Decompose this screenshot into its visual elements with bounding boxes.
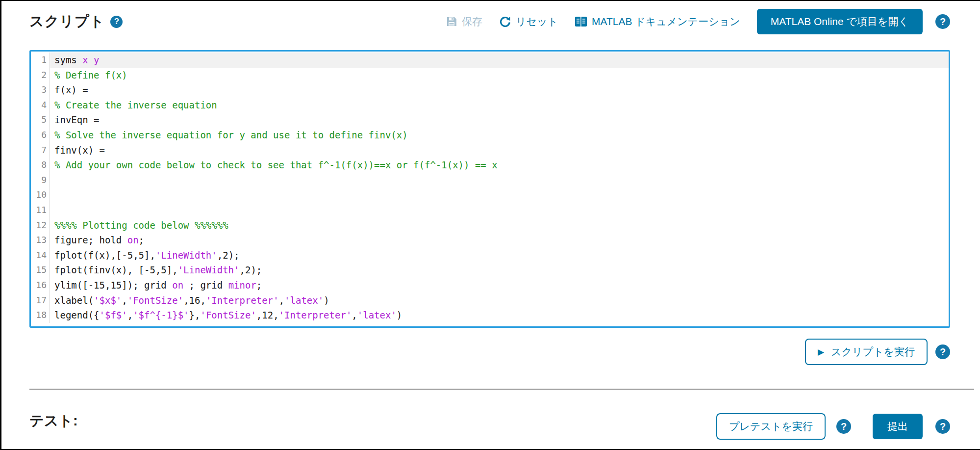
line-number: 13	[31, 233, 50, 248]
line-number: 3	[31, 82, 50, 98]
code-line[interactable]: 16ylim([-15,15]); grid on ; grid minor;	[31, 278, 949, 293]
code-line[interactable]: 13figure; hold on;	[31, 233, 949, 248]
code-line-text: xlabel('$x$','FontSize',16,'Interpreter'…	[50, 293, 949, 308]
toolbar: 保存 リセット	[446, 9, 950, 34]
submit-help-icon[interactable]: ?	[935, 419, 950, 434]
code-line-text: %%%% Plotting code below %%%%%%	[50, 218, 949, 233]
code-line[interactable]: 18legend({'$f$','$f^{-1}$'},'FontSize',1…	[31, 308, 949, 323]
code-line-text: invEqn =	[50, 112, 949, 128]
header: スクリプト ? 保存	[29, 9, 950, 34]
code-line-text	[50, 173, 949, 188]
grader-page: スクリプト ? 保存	[0, 0, 980, 450]
code-line[interactable]: 14fplot(f(x),[-5,5],'LineWidth',2);	[31, 248, 949, 263]
code-line-text: syms x y	[50, 53, 949, 68]
pretest-help-icon[interactable]: ?	[836, 419, 851, 434]
run-script-row: ▶ スクリプトを実行 ?	[29, 339, 950, 365]
line-number: 10	[31, 187, 50, 203]
run-pretest-label: プレテストを実行	[729, 420, 813, 433]
line-number: 11	[31, 203, 50, 218]
code-line-text: ylim([-15,15]); grid on ; grid minor;	[50, 278, 949, 293]
run-pretest-button[interactable]: プレテストを実行	[716, 413, 826, 440]
reset-button[interactable]: リセット	[499, 15, 558, 28]
code-line[interactable]: 5invEqn =	[31, 112, 949, 128]
line-number: 17	[31, 293, 50, 308]
line-number: 16	[31, 278, 50, 293]
page-title: スクリプト	[29, 12, 104, 31]
code-line[interactable]: 2% Define f(x)	[31, 68, 949, 83]
line-number: 5	[31, 112, 50, 128]
run-script-button[interactable]: ▶ スクリプトを実行	[805, 339, 928, 365]
code-line-text: legend({'$f$','$f^{-1}$'},'FontSize',12,…	[50, 308, 949, 323]
save-button[interactable]: 保存	[446, 15, 482, 28]
code-line[interactable]: 17xlabel('$x$','FontSize',16,'Interprete…	[31, 293, 949, 308]
code-line[interactable]: 8% Add your own code below to check to s…	[31, 158, 949, 173]
section-divider	[29, 389, 974, 390]
run-script-label: スクリプトを実行	[831, 345, 915, 359]
reset-icon	[499, 16, 511, 28]
open-matlab-online-button[interactable]: MATLAB Online で項目を開く	[757, 9, 923, 34]
line-number: 6	[31, 128, 50, 143]
save-label: 保存	[462, 15, 482, 28]
code-line-text: fplot(f(x),[-5,5],'LineWidth',2);	[50, 248, 949, 263]
documentation-label: MATLAB ドキュメンテーション	[592, 15, 740, 28]
code-line[interactable]: 3f(x) =	[31, 82, 949, 98]
code-line[interactable]: 4% Create the inverse equation	[31, 98, 949, 113]
line-number: 9	[31, 173, 50, 188]
code-line[interactable]: 1syms x y	[31, 53, 949, 68]
code-line-text: % Define f(x)	[50, 68, 949, 83]
line-number: 8	[31, 158, 50, 173]
line-number: 12	[31, 218, 50, 233]
open-online-help-icon[interactable]: ?	[935, 14, 950, 29]
line-number: 7	[31, 143, 50, 158]
run-script-help-icon[interactable]: ?	[935, 344, 950, 359]
code-editor[interactable]: 1syms x y2% Define f(x)3f(x) =4% Create …	[29, 50, 950, 328]
submit-button[interactable]: 提出	[873, 414, 923, 439]
code-line-text	[50, 203, 949, 218]
line-number: 4	[31, 98, 50, 113]
code-editor-lines: 1syms x y2% Define f(x)3f(x) =4% Create …	[31, 52, 949, 323]
code-line[interactable]: 10	[31, 187, 949, 203]
save-icon	[446, 16, 457, 27]
code-line[interactable]: 9	[31, 173, 949, 188]
line-number: 2	[31, 68, 50, 83]
script-help-icon[interactable]: ?	[110, 16, 123, 28]
play-icon: ▶	[818, 348, 824, 356]
line-number: 15	[31, 263, 50, 278]
matlab-documentation-link[interactable]: MATLAB ドキュメンテーション	[575, 15, 740, 28]
line-number: 18	[31, 308, 50, 323]
reset-label: リセット	[516, 15, 558, 28]
code-line-text	[50, 187, 949, 203]
code-line-text: figure; hold on;	[50, 233, 949, 248]
code-line[interactable]: 11	[31, 203, 949, 218]
code-line-text: % Add your own code below to check to se…	[50, 158, 949, 173]
line-number: 14	[31, 248, 50, 263]
test-actions-row: プレテストを実行 ? 提出 ?	[29, 413, 950, 440]
code-line-text: finv(x) =	[50, 143, 949, 158]
code-line[interactable]: 7finv(x) =	[31, 143, 949, 158]
code-line-text: fplot(finv(x), [-5,5],'LineWidth',2);	[50, 263, 949, 278]
code-line[interactable]: 6% Solve the inverse equation for y and …	[31, 128, 949, 143]
code-line[interactable]: 15fplot(finv(x), [-5,5],'LineWidth',2);	[31, 263, 949, 278]
code-line-text: % Create the inverse equation	[50, 98, 949, 113]
code-line-text: f(x) =	[50, 82, 949, 98]
book-icon	[575, 16, 587, 27]
code-line[interactable]: 12%%%% Plotting code below %%%%%%	[31, 218, 949, 233]
code-line-text: % Solve the inverse equation for y and u…	[50, 128, 949, 143]
line-number: 1	[31, 53, 50, 68]
